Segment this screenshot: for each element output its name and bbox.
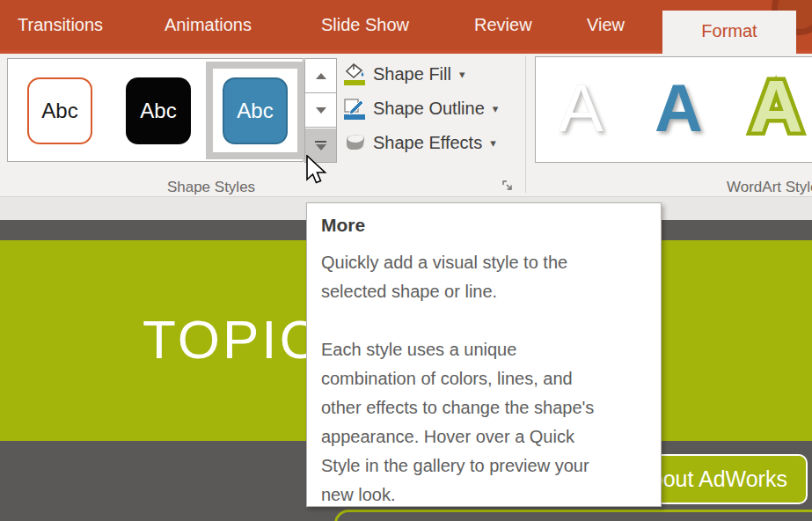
tooltip-title: More [321, 215, 647, 236]
shape-fill-label: Shape Fill [373, 64, 451, 84]
gallery-scroll-up-button[interactable] [305, 59, 336, 93]
gallery-scroll-down-button[interactable] [305, 93, 336, 128]
ribbon-format-contextual: Abc Abc Abc [0, 54, 812, 196]
more-tooltip: More Quickly add a visual style to the s… [306, 202, 662, 507]
wordart-green-fill: A [750, 65, 803, 148]
wordart-style-blue[interactable]: A [655, 64, 703, 152]
shape-style-swatch-selected-inner: Abc [213, 69, 297, 152]
shape-style-swatch-black[interactable]: Abc [126, 77, 191, 144]
wordart-styles-gallery: A A A A [535, 56, 812, 163]
shape-style-swatch-outline[interactable]: Abc [27, 77, 92, 144]
dropdown-caret-icon [459, 68, 465, 81]
wordart-styles-group-label: WordArt Styles [727, 179, 812, 196]
tab-review[interactable]: Review [474, 0, 532, 50]
wordart-style-white[interactable]: A [559, 64, 604, 152]
group-separator [525, 55, 526, 193]
tooltip-body-1: Quickly add a visual style to the select… [321, 248, 611, 306]
shape-outline-label: Shape Outline [373, 99, 485, 119]
swatch-label: Abc [140, 99, 176, 123]
triangle-up-icon [316, 73, 326, 79]
more-bar-icon [315, 141, 326, 143]
shape-fill-button[interactable]: Shape Fill [343, 60, 465, 88]
tab-animations[interactable]: Animations [165, 0, 252, 50]
dialog-launcher-icon[interactable] [501, 180, 516, 194]
dropdown-caret-icon [493, 102, 499, 115]
swatch-label: Abc [237, 99, 273, 123]
shape-effects-icon [343, 131, 367, 155]
tab-format[interactable]: Format [662, 11, 796, 54]
shape-styles-group-label: Shape Styles [123, 179, 299, 196]
tab-transitions[interactable]: Transitions [18, 0, 103, 50]
paint-bucket-icon [343, 62, 367, 86]
shape-effects-button[interactable]: Shape Effects [343, 128, 496, 157]
gallery-scroll-column [304, 58, 337, 163]
shape-style-swatch-selected-frame: Abc [206, 62, 304, 159]
shape-styles-gallery: Abc Abc Abc [7, 58, 304, 162]
shape-effects-label: Shape Effects [373, 133, 482, 153]
tab-view[interactable]: View [587, 0, 625, 50]
dropdown-caret-icon [490, 136, 496, 150]
mouse-cursor-icon [305, 155, 330, 187]
tab-slide-show[interactable]: Slide Show [321, 0, 409, 50]
tooltip-body-2: Each style uses a unique combination of … [321, 335, 611, 510]
powerpoint-window: { "tab_bar": { "tabs": [ { "label": "Tra… [0, 0, 812, 521]
triangle-down-icon [316, 144, 326, 150]
slide-outline-button[interactable] [334, 510, 812, 521]
wordart-style-green[interactable]: A A [750, 61, 803, 152]
tab-format-label: Format [701, 21, 757, 40]
slide-title-text[interactable]: TOPIC [143, 308, 321, 371]
shape-style-swatch-blue[interactable]: Abc [223, 77, 288, 144]
swatch-label: Abc [41, 99, 77, 123]
triangle-down-icon [316, 107, 326, 114]
pencil-icon [343, 97, 367, 121]
shape-outline-button[interactable]: Shape Outline [343, 94, 498, 122]
